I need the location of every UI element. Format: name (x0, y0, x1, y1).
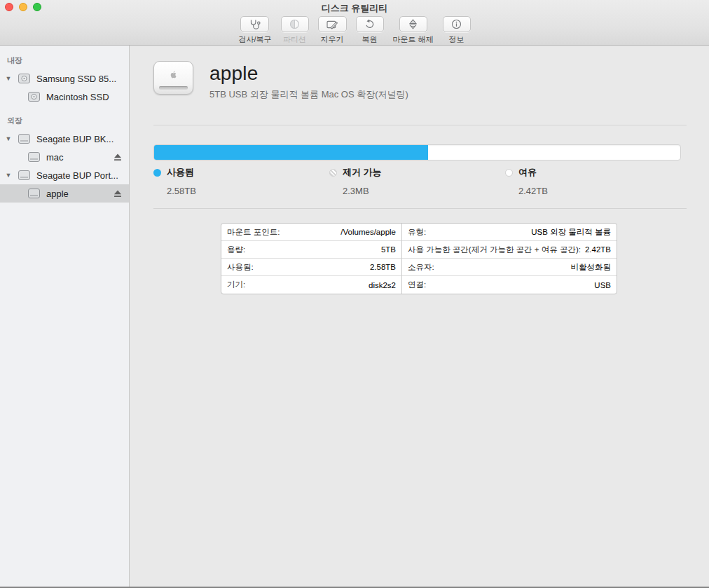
unmount-button[interactable]: 마운트 해제 (393, 16, 434, 45)
used-swatch-icon (153, 169, 161, 177)
sidebar-item-label: Seagate BUP Port... (36, 170, 118, 181)
divider (153, 208, 687, 209)
volume-header: apple 5TB USB 외장 물리적 볼륨 Mac OS 확장(저널링) (153, 61, 408, 101)
erase-button[interactable]: 지우기 (318, 16, 347, 45)
sidebar: 내장 ▼ Samsung SSD 85... Macintosh SSD 외장 … (0, 46, 130, 587)
legend-item-free: 여유 2.42TB (505, 166, 681, 196)
volume-details-table: 마운트 포인트: /Volumes/apple 용량: 5TB 사용됨: 2.5… (221, 223, 617, 294)
restore-label: 복원 (362, 34, 378, 45)
table-row: 유형: USB 외장 물리적 볼륨 (402, 224, 617, 241)
info-icon (451, 19, 462, 29)
sidebar-section-external: 외장 (7, 116, 129, 126)
usage-legend: 사용됨 2.58TB 제거 가능 2.3MB 여유 2.42TB (153, 166, 681, 196)
sidebar-item-seagate-bup-port[interactable]: ▼ Seagate BUP Port... (0, 166, 129, 184)
volume-name: apple (209, 62, 408, 85)
internal-disk-icon (28, 92, 40, 102)
sidebar-section-internal: 내장 (7, 55, 129, 66)
table-row: 마운트 포인트: /Volumes/apple (221, 224, 401, 241)
main-content: apple 5TB USB 외장 물리적 볼륨 Mac OS 확장(저널링) 사… (130, 46, 709, 587)
sidebar-item-samsung-ssd[interactable]: ▼ Samsung SSD 85... (0, 69, 129, 88)
first-aid-label: 검사/복구 (238, 34, 271, 45)
usage-bar-used-segment (154, 145, 428, 160)
sidebar-item-label: Macintosh SSD (46, 92, 109, 102)
internal-disk-icon (18, 74, 30, 83)
first-aid-stethoscope-icon (249, 19, 261, 29)
external-disk-icon (28, 189, 40, 198)
sidebar-item-seagate-bup-bk[interactable]: ▼ Seagate BUP BK... (0, 130, 129, 148)
unmount-label: 마운트 해제 (393, 34, 434, 45)
purgeable-swatch-icon (329, 169, 337, 177)
volume-description: 5TB USB 외장 물리적 볼륨 Mac OS 확장(저널링) (209, 88, 408, 101)
disclosure-triangle-icon[interactable]: ▼ (4, 75, 13, 82)
table-row: 사용 가능한 공간(제거 가능한 공간 + 여유 공간): 2.42TB (402, 241, 617, 259)
eject-icon[interactable] (113, 190, 122, 198)
usage-bar (153, 144, 681, 160)
partition-label: 파티션 (283, 34, 306, 45)
used-value: 2.58TB (167, 186, 329, 196)
unmount-eject-icon (409, 19, 417, 29)
info-label: 정보 (449, 34, 464, 45)
sidebar-item-label: apple (46, 189, 69, 199)
external-disk-icon (28, 152, 40, 162)
info-button[interactable]: 정보 (443, 16, 471, 45)
table-row: 용량: 5TB (221, 241, 401, 259)
drive-slot (159, 86, 188, 90)
table-row: 기기: disk2s2 (221, 276, 401, 294)
external-disk-icon (18, 170, 30, 180)
partition-pie-icon (289, 19, 300, 29)
sidebar-item-apple[interactable]: apple (0, 184, 129, 203)
free-value: 2.42TB (518, 186, 681, 196)
external-volume-apple-icon (153, 61, 193, 95)
table-row: 소유자: 비활성화됨 (402, 259, 617, 276)
divider (153, 125, 687, 125)
free-swatch-icon (505, 169, 513, 177)
legend-item-purgeable: 제거 가능 2.3MB (329, 166, 505, 196)
table-row: 연결: USB (402, 276, 617, 294)
sidebar-item-label: mac (46, 152, 64, 163)
external-disk-icon (18, 134, 30, 144)
window-title: 디스크 유틸리티 (0, 2, 709, 15)
window-chrome: 디스크 유틸리티 검사/복구 (0, 0, 709, 46)
purgeable-value: 2.3MB (343, 186, 505, 196)
erase-icon (326, 20, 338, 29)
legend-item-used: 사용됨 2.58TB (153, 166, 329, 196)
sidebar-item-label: Seagate BUP BK... (36, 134, 113, 144)
first-aid-button[interactable]: 검사/복구 (238, 16, 271, 45)
eject-icon[interactable] (113, 153, 122, 161)
erase-label: 지우기 (321, 34, 344, 45)
disclosure-triangle-icon[interactable]: ▼ (4, 135, 13, 142)
restore-button[interactable]: 복원 (356, 16, 384, 45)
disclosure-triangle-icon[interactable]: ▼ (4, 172, 13, 179)
table-row: 사용됨: 2.58TB (221, 259, 401, 276)
restore-undo-icon (364, 19, 375, 29)
toolbar: 검사/복구 파티션 (0, 16, 709, 45)
partition-button[interactable]: 파티션 (281, 16, 309, 45)
sidebar-item-mac[interactable]: mac (0, 148, 129, 166)
sidebar-item-macintosh-ssd[interactable]: Macintosh SSD (0, 88, 129, 106)
sidebar-item-label: Samsung SSD 85... (36, 74, 116, 84)
